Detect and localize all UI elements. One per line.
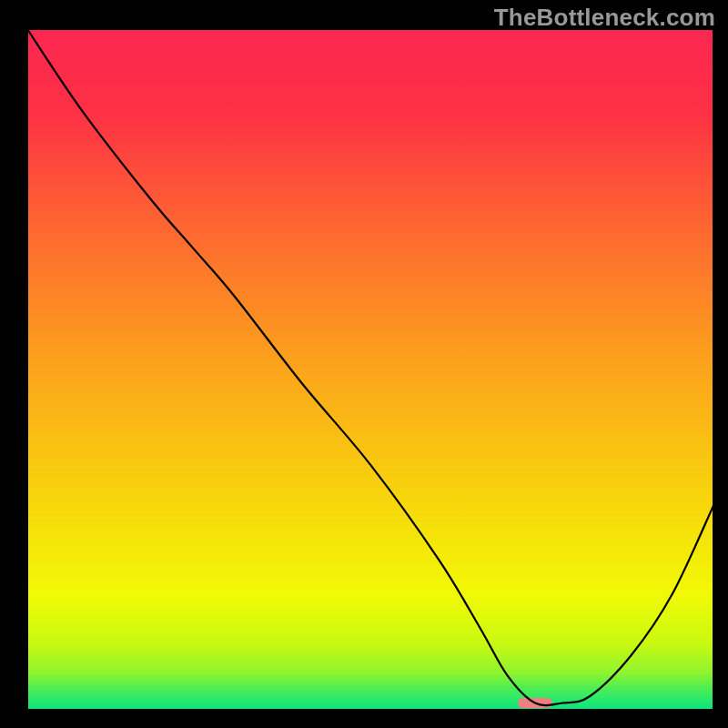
bottleneck-chart <box>0 0 728 728</box>
chart-frame: TheBottleneck.com <box>0 0 728 728</box>
plot-background <box>27 29 713 710</box>
